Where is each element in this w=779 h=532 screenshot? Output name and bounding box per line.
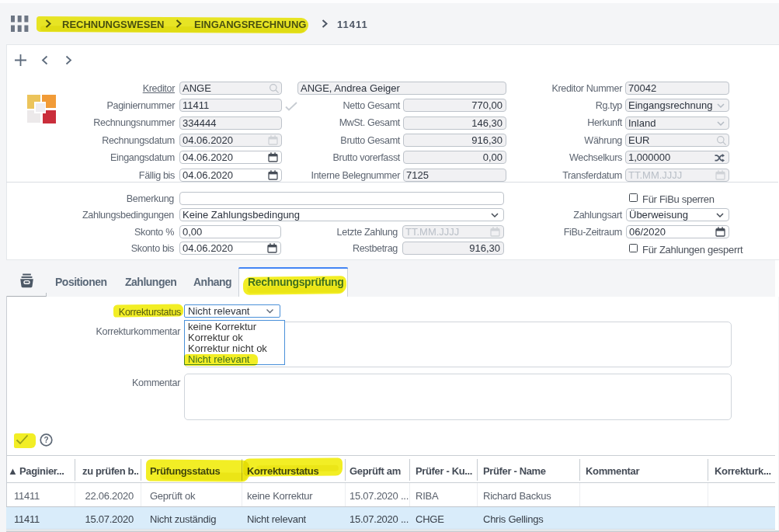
svg-text:?: ? (43, 436, 48, 444)
